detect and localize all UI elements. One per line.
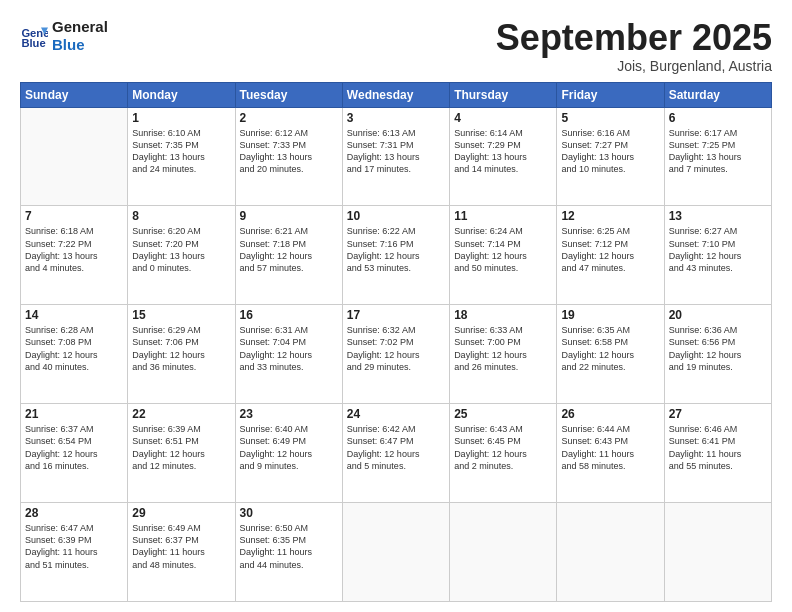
day-info: Sunrise: 6:18 AM Sunset: 7:22 PM Dayligh… — [25, 225, 123, 274]
logo: General Blue General Blue — [20, 18, 108, 54]
table-row — [342, 503, 449, 602]
table-row — [557, 503, 664, 602]
day-number: 22 — [132, 407, 230, 421]
table-row — [664, 503, 771, 602]
day-info: Sunrise: 6:37 AM Sunset: 6:54 PM Dayligh… — [25, 423, 123, 472]
day-number: 30 — [240, 506, 338, 520]
day-number: 20 — [669, 308, 767, 322]
day-number: 17 — [347, 308, 445, 322]
calendar-header: Sunday Monday Tuesday Wednesday Thursday… — [21, 82, 772, 107]
table-row: 12Sunrise: 6:25 AM Sunset: 7:12 PM Dayli… — [557, 206, 664, 305]
table-row: 21Sunrise: 6:37 AM Sunset: 6:54 PM Dayli… — [21, 404, 128, 503]
day-number: 9 — [240, 209, 338, 223]
day-number: 28 — [25, 506, 123, 520]
header-monday: Monday — [128, 82, 235, 107]
logo-blue: Blue — [52, 36, 108, 54]
header: General Blue General Blue September 2025… — [20, 18, 772, 74]
day-number: 29 — [132, 506, 230, 520]
day-info: Sunrise: 6:29 AM Sunset: 7:06 PM Dayligh… — [132, 324, 230, 373]
table-row: 28Sunrise: 6:47 AM Sunset: 6:39 PM Dayli… — [21, 503, 128, 602]
day-info: Sunrise: 6:27 AM Sunset: 7:10 PM Dayligh… — [669, 225, 767, 274]
table-row: 18Sunrise: 6:33 AM Sunset: 7:00 PM Dayli… — [450, 305, 557, 404]
header-sunday: Sunday — [21, 82, 128, 107]
table-row: 25Sunrise: 6:43 AM Sunset: 6:45 PM Dayli… — [450, 404, 557, 503]
table-row: 9Sunrise: 6:21 AM Sunset: 7:18 PM Daylig… — [235, 206, 342, 305]
day-info: Sunrise: 6:50 AM Sunset: 6:35 PM Dayligh… — [240, 522, 338, 571]
header-friday: Friday — [557, 82, 664, 107]
day-info: Sunrise: 6:13 AM Sunset: 7:31 PM Dayligh… — [347, 127, 445, 176]
table-row: 20Sunrise: 6:36 AM Sunset: 6:56 PM Dayli… — [664, 305, 771, 404]
day-number: 12 — [561, 209, 659, 223]
header-thursday: Thursday — [450, 82, 557, 107]
table-row: 17Sunrise: 6:32 AM Sunset: 7:02 PM Dayli… — [342, 305, 449, 404]
day-number: 2 — [240, 111, 338, 125]
table-row: 23Sunrise: 6:40 AM Sunset: 6:49 PM Dayli… — [235, 404, 342, 503]
table-row: 4Sunrise: 6:14 AM Sunset: 7:29 PM Daylig… — [450, 107, 557, 206]
day-number: 7 — [25, 209, 123, 223]
table-row: 14Sunrise: 6:28 AM Sunset: 7:08 PM Dayli… — [21, 305, 128, 404]
page: General Blue General Blue September 2025… — [0, 0, 792, 612]
day-info: Sunrise: 6:12 AM Sunset: 7:33 PM Dayligh… — [240, 127, 338, 176]
day-info: Sunrise: 6:32 AM Sunset: 7:02 PM Dayligh… — [347, 324, 445, 373]
day-info: Sunrise: 6:39 AM Sunset: 6:51 PM Dayligh… — [132, 423, 230, 472]
table-row: 10Sunrise: 6:22 AM Sunset: 7:16 PM Dayli… — [342, 206, 449, 305]
table-row: 1Sunrise: 6:10 AM Sunset: 7:35 PM Daylig… — [128, 107, 235, 206]
day-info: Sunrise: 6:17 AM Sunset: 7:25 PM Dayligh… — [669, 127, 767, 176]
table-row — [21, 107, 128, 206]
day-info: Sunrise: 6:46 AM Sunset: 6:41 PM Dayligh… — [669, 423, 767, 472]
day-number: 10 — [347, 209, 445, 223]
table-row: 22Sunrise: 6:39 AM Sunset: 6:51 PM Dayli… — [128, 404, 235, 503]
day-info: Sunrise: 6:40 AM Sunset: 6:49 PM Dayligh… — [240, 423, 338, 472]
day-info: Sunrise: 6:10 AM Sunset: 7:35 PM Dayligh… — [132, 127, 230, 176]
table-row: 24Sunrise: 6:42 AM Sunset: 6:47 PM Dayli… — [342, 404, 449, 503]
day-number: 6 — [669, 111, 767, 125]
table-row: 16Sunrise: 6:31 AM Sunset: 7:04 PM Dayli… — [235, 305, 342, 404]
month-title: September 2025 — [496, 18, 772, 58]
day-info: Sunrise: 6:43 AM Sunset: 6:45 PM Dayligh… — [454, 423, 552, 472]
table-row: 26Sunrise: 6:44 AM Sunset: 6:43 PM Dayli… — [557, 404, 664, 503]
day-number: 23 — [240, 407, 338, 421]
day-number: 4 — [454, 111, 552, 125]
table-row: 6Sunrise: 6:17 AM Sunset: 7:25 PM Daylig… — [664, 107, 771, 206]
day-number: 3 — [347, 111, 445, 125]
table-row: 11Sunrise: 6:24 AM Sunset: 7:14 PM Dayli… — [450, 206, 557, 305]
day-number: 19 — [561, 308, 659, 322]
day-info: Sunrise: 6:14 AM Sunset: 7:29 PM Dayligh… — [454, 127, 552, 176]
table-row: 27Sunrise: 6:46 AM Sunset: 6:41 PM Dayli… — [664, 404, 771, 503]
day-info: Sunrise: 6:28 AM Sunset: 7:08 PM Dayligh… — [25, 324, 123, 373]
weekday-header-row: Sunday Monday Tuesday Wednesday Thursday… — [21, 82, 772, 107]
day-number: 11 — [454, 209, 552, 223]
table-row: 15Sunrise: 6:29 AM Sunset: 7:06 PM Dayli… — [128, 305, 235, 404]
day-number: 1 — [132, 111, 230, 125]
day-info: Sunrise: 6:36 AM Sunset: 6:56 PM Dayligh… — [669, 324, 767, 373]
table-row: 30Sunrise: 6:50 AM Sunset: 6:35 PM Dayli… — [235, 503, 342, 602]
day-number: 8 — [132, 209, 230, 223]
day-info: Sunrise: 6:49 AM Sunset: 6:37 PM Dayligh… — [132, 522, 230, 571]
table-row: 29Sunrise: 6:49 AM Sunset: 6:37 PM Dayli… — [128, 503, 235, 602]
day-info: Sunrise: 6:20 AM Sunset: 7:20 PM Dayligh… — [132, 225, 230, 274]
header-tuesday: Tuesday — [235, 82, 342, 107]
day-info: Sunrise: 6:24 AM Sunset: 7:14 PM Dayligh… — [454, 225, 552, 274]
header-wednesday: Wednesday — [342, 82, 449, 107]
table-row: 7Sunrise: 6:18 AM Sunset: 7:22 PM Daylig… — [21, 206, 128, 305]
day-info: Sunrise: 6:16 AM Sunset: 7:27 PM Dayligh… — [561, 127, 659, 176]
day-info: Sunrise: 6:33 AM Sunset: 7:00 PM Dayligh… — [454, 324, 552, 373]
calendar-body: 1Sunrise: 6:10 AM Sunset: 7:35 PM Daylig… — [21, 107, 772, 601]
day-number: 13 — [669, 209, 767, 223]
day-info: Sunrise: 6:21 AM Sunset: 7:18 PM Dayligh… — [240, 225, 338, 274]
day-number: 5 — [561, 111, 659, 125]
table-row: 19Sunrise: 6:35 AM Sunset: 6:58 PM Dayli… — [557, 305, 664, 404]
location: Jois, Burgenland, Austria — [496, 58, 772, 74]
day-number: 16 — [240, 308, 338, 322]
day-info: Sunrise: 6:31 AM Sunset: 7:04 PM Dayligh… — [240, 324, 338, 373]
day-number: 25 — [454, 407, 552, 421]
day-info: Sunrise: 6:42 AM Sunset: 6:47 PM Dayligh… — [347, 423, 445, 472]
header-saturday: Saturday — [664, 82, 771, 107]
table-row: 5Sunrise: 6:16 AM Sunset: 7:27 PM Daylig… — [557, 107, 664, 206]
day-info: Sunrise: 6:47 AM Sunset: 6:39 PM Dayligh… — [25, 522, 123, 571]
calendar-table: Sunday Monday Tuesday Wednesday Thursday… — [20, 82, 772, 602]
day-number: 15 — [132, 308, 230, 322]
day-number: 24 — [347, 407, 445, 421]
table-row: 3Sunrise: 6:13 AM Sunset: 7:31 PM Daylig… — [342, 107, 449, 206]
day-info: Sunrise: 6:25 AM Sunset: 7:12 PM Dayligh… — [561, 225, 659, 274]
